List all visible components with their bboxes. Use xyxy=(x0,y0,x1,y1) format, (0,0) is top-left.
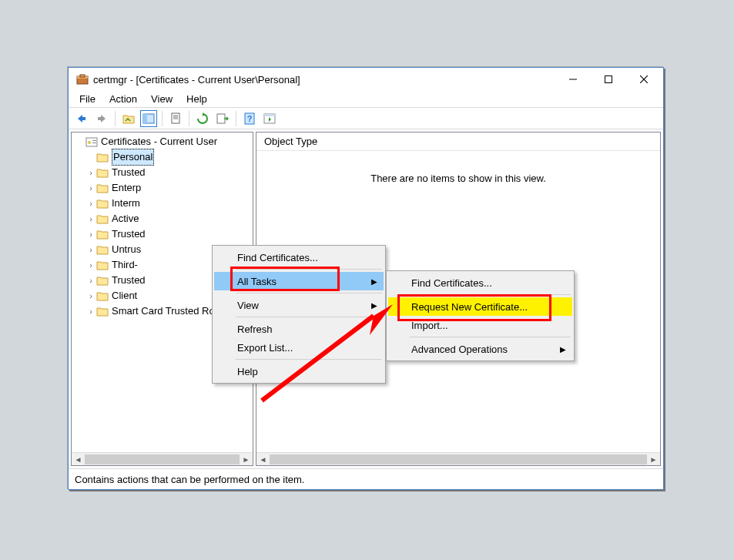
up-button[interactable] xyxy=(120,110,137,127)
ctx2-advanced-operations[interactable]: Advanced Operations▶ xyxy=(388,340,572,358)
tree-item-label: Enterp xyxy=(112,180,141,196)
submenu-arrow-icon: ▶ xyxy=(560,345,566,354)
close-button[interactable] xyxy=(626,69,662,90)
folder-icon xyxy=(96,290,109,302)
folder-icon xyxy=(96,228,109,240)
ctx-export-list[interactable]: Export List... xyxy=(214,338,384,357)
tree-root[interactable]: › Certificates - Current User xyxy=(72,134,253,149)
menu-action[interactable]: Action xyxy=(103,92,143,106)
tree-item-label: Client xyxy=(112,288,137,303)
ctx-help[interactable]: Help xyxy=(214,362,384,381)
maximize-button[interactable] xyxy=(591,69,626,90)
submenu-arrow-icon: ▶ xyxy=(371,277,377,286)
svg-rect-19 xyxy=(264,114,275,116)
options-button[interactable] xyxy=(261,110,278,127)
scroll-right-icon[interactable]: ► xyxy=(647,453,660,466)
context-menu: Find Certificates... All Tasks▶ View▶ Re… xyxy=(212,245,386,384)
tree-item-label: Trusted xyxy=(112,273,146,288)
folder-icon xyxy=(96,182,109,194)
menu-file[interactable]: File xyxy=(73,92,102,106)
ctx2-request-new-certificate[interactable]: Request New Certificate... xyxy=(388,297,572,316)
tree-item-personal[interactable]: › Personal xyxy=(72,149,253,165)
svg-rect-2 xyxy=(80,75,85,77)
caret-icon: › xyxy=(85,257,96,273)
tree-root-label: Certificates - Current User xyxy=(101,134,217,149)
caret-icon: › xyxy=(85,196,96,211)
help-button[interactable]: ? xyxy=(241,110,258,127)
caret-icon: › xyxy=(85,273,96,288)
menubar: File Action View Help xyxy=(69,91,663,108)
tree-item-label: Untrus xyxy=(112,242,141,257)
menu-view[interactable]: View xyxy=(145,92,179,106)
tree-item[interactable]: ›Trusted xyxy=(72,226,253,242)
svg-rect-7 xyxy=(82,117,85,120)
column-header-object-type[interactable]: Object Type xyxy=(256,132,660,151)
tree-item-label: Personal xyxy=(112,149,154,166)
back-button[interactable] xyxy=(73,110,90,127)
toolbar: ? xyxy=(69,108,663,129)
svg-rect-4 xyxy=(605,76,612,83)
folder-icon xyxy=(96,259,109,271)
tree-item-label: Third- xyxy=(112,257,138,273)
tree-item-label: Active xyxy=(112,211,139,226)
tree-item[interactable]: ›Interm xyxy=(72,196,253,211)
window-title: certmgr - [Certificates - Current User\P… xyxy=(93,74,555,86)
tree-horizontal-scrollbar[interactable]: ◄ ► xyxy=(72,452,253,465)
tree-item-label: Interm xyxy=(112,196,140,211)
folder-icon xyxy=(96,274,109,287)
svg-text:?: ? xyxy=(247,114,253,123)
ctx2-import[interactable]: Import... xyxy=(388,316,572,334)
ctx-find-certificates[interactable]: Find Certificates... xyxy=(214,248,384,267)
folder-icon xyxy=(96,305,109,317)
submenu-arrow-icon: ▶ xyxy=(371,301,377,310)
folder-icon xyxy=(96,197,109,210)
context-submenu-all-tasks: Find Certificates... Request New Certifi… xyxy=(386,270,575,361)
tree-item[interactable]: ›Trusted xyxy=(72,165,253,180)
tree-item-label: Smart Card Trusted Roots xyxy=(112,303,228,319)
svg-point-21 xyxy=(88,141,91,144)
svg-rect-10 xyxy=(143,114,147,123)
ctx-all-tasks[interactable]: All Tasks▶ xyxy=(214,272,384,290)
svg-rect-23 xyxy=(92,143,96,143)
scroll-right-icon[interactable]: ► xyxy=(240,453,253,466)
copy-button[interactable] xyxy=(167,110,184,127)
titlebar: certmgr - [Certificates - Current User\P… xyxy=(69,68,663,91)
folder-icon xyxy=(96,213,109,225)
tree-item-label: Trusted xyxy=(112,226,146,242)
svg-rect-8 xyxy=(98,117,102,120)
ctx-refresh[interactable]: Refresh xyxy=(214,320,384,338)
scroll-left-icon[interactable]: ◄ xyxy=(256,453,270,466)
tree-item[interactable]: ›Enterp xyxy=(72,180,253,196)
folder-icon xyxy=(96,151,109,163)
caret-icon: › xyxy=(85,165,96,180)
app-icon xyxy=(76,73,89,86)
svg-rect-22 xyxy=(92,140,96,141)
folder-icon xyxy=(96,166,109,179)
menu-help[interactable]: Help xyxy=(180,92,213,106)
scroll-left-icon[interactable]: ◄ xyxy=(72,453,85,466)
ctx-view[interactable]: View▶ xyxy=(214,296,384,314)
refresh-button[interactable] xyxy=(194,110,211,127)
caret-icon: › xyxy=(85,303,96,319)
status-text: Contains actions that can be performed o… xyxy=(75,474,304,485)
ctx2-find-certificates[interactable]: Find Certificates... xyxy=(388,273,572,292)
statusbar: Contains actions that can be performed o… xyxy=(69,468,663,489)
caret-icon: › xyxy=(85,211,96,226)
show-hide-tree-button[interactable] xyxy=(140,110,157,127)
folder-icon xyxy=(96,243,109,256)
caret-icon: › xyxy=(85,242,96,257)
svg-rect-15 xyxy=(217,114,225,123)
minimize-button[interactable] xyxy=(555,69,591,90)
tree-item-label: Trusted xyxy=(112,165,146,180)
list-horizontal-scrollbar[interactable]: ◄ ► xyxy=(256,452,660,465)
tree-item[interactable]: ›Active xyxy=(72,211,253,226)
caret-icon: › xyxy=(85,180,96,196)
export-list-button[interactable] xyxy=(214,110,231,127)
caret-icon: › xyxy=(85,288,96,303)
cert-root-icon xyxy=(85,136,98,148)
caret-icon: › xyxy=(85,226,96,242)
forward-button[interactable] xyxy=(93,110,110,127)
